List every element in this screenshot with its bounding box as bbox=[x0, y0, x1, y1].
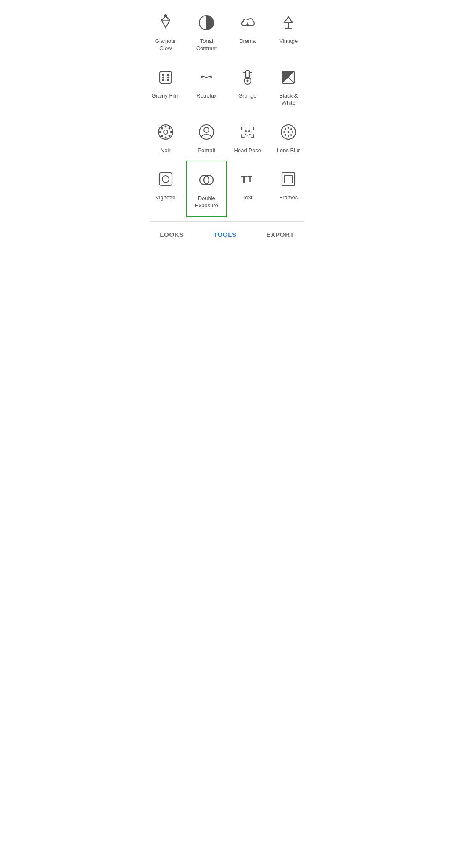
grainy-film-label: Grainy Film bbox=[152, 93, 179, 100]
svg-point-48 bbox=[292, 131, 293, 133]
tool-drama[interactable]: Drama bbox=[227, 4, 268, 59]
tool-tonal-contrast[interactable]: TonalContrast bbox=[186, 4, 227, 59]
tab-export[interactable]: EXPORT bbox=[266, 231, 294, 238]
portrait-icon bbox=[195, 121, 217, 143]
tool-grainy-film[interactable]: Grainy Film bbox=[145, 59, 186, 114]
vignette-icon bbox=[155, 168, 177, 190]
svg-rect-60 bbox=[285, 175, 292, 183]
tool-vignette[interactable]: Vignette bbox=[145, 161, 186, 217]
svg-rect-11 bbox=[285, 28, 292, 29]
tool-head-pose[interactable]: Head Pose bbox=[227, 114, 268, 161]
head-pose-label: Head Pose bbox=[234, 147, 261, 154]
retrolux-icon bbox=[195, 66, 217, 88]
svg-point-26 bbox=[246, 79, 248, 82]
svg-point-42 bbox=[248, 130, 250, 132]
svg-marker-8 bbox=[246, 22, 249, 27]
svg-point-18 bbox=[167, 76, 169, 78]
svg-point-40 bbox=[204, 127, 209, 132]
tool-frames[interactable]: Frames bbox=[268, 161, 309, 217]
bottom-tabs: LOOKS TOOLS EXPORT bbox=[145, 222, 309, 247]
glamour-glow-label: GlamourGlow bbox=[155, 38, 176, 52]
tool-grunge[interactable]: Grunge bbox=[227, 59, 268, 114]
svg-text:T: T bbox=[241, 173, 248, 186]
svg-point-36 bbox=[168, 135, 170, 137]
vintage-icon bbox=[277, 12, 299, 34]
svg-rect-53 bbox=[159, 173, 172, 185]
svg-point-41 bbox=[245, 130, 247, 132]
svg-point-32 bbox=[164, 136, 166, 138]
portrait-label: Portrait bbox=[198, 147, 215, 154]
svg-text:T: T bbox=[248, 175, 252, 183]
tool-portrait[interactable]: Portrait bbox=[186, 114, 227, 161]
lens-blur-icon bbox=[277, 121, 299, 143]
svg-point-45 bbox=[288, 127, 289, 129]
double-exposure-icon bbox=[195, 169, 217, 191]
tab-looks[interactable]: LOOKS bbox=[160, 231, 184, 238]
svg-point-31 bbox=[164, 125, 166, 127]
svg-marker-0 bbox=[161, 16, 170, 28]
text-label: Text bbox=[243, 194, 253, 201]
frames-icon bbox=[277, 168, 299, 190]
grunge-label: Grunge bbox=[238, 93, 256, 100]
grunge-icon bbox=[237, 66, 259, 88]
drama-icon bbox=[237, 12, 259, 34]
vintage-label: Vintage bbox=[279, 38, 298, 45]
tab-tools[interactable]: TOOLS bbox=[214, 231, 237, 238]
tool-glamour-glow[interactable]: GlamourGlow bbox=[145, 4, 186, 59]
retrolux-label: Retrolux bbox=[196, 93, 216, 100]
tool-text[interactable]: T T Text bbox=[227, 161, 268, 217]
drama-label: Drama bbox=[239, 38, 256, 45]
svg-point-49 bbox=[285, 128, 286, 130]
svg-point-47 bbox=[283, 131, 285, 133]
svg-point-15 bbox=[162, 79, 164, 81]
empty-area bbox=[145, 247, 309, 500]
svg-point-50 bbox=[290, 134, 292, 136]
tool-noir[interactable]: Noir bbox=[145, 114, 186, 161]
svg-point-52 bbox=[285, 134, 286, 136]
vignette-label: Vignette bbox=[156, 194, 175, 201]
svg-rect-59 bbox=[282, 173, 295, 185]
frames-label: Frames bbox=[279, 194, 298, 201]
svg-point-34 bbox=[170, 131, 172, 133]
svg-point-30 bbox=[164, 130, 168, 134]
svg-point-16 bbox=[167, 79, 169, 81]
tools-grid: GlamourGlow TonalContrast Drama bbox=[145, 0, 309, 221]
svg-point-46 bbox=[288, 135, 289, 137]
tool-lens-blur[interactable]: Lens Blur bbox=[268, 114, 309, 161]
svg-rect-10 bbox=[288, 23, 289, 28]
grainy-film-icon bbox=[155, 66, 177, 88]
tonal-contrast-label: TonalContrast bbox=[196, 38, 217, 52]
text-icon: T T bbox=[237, 168, 259, 190]
head-pose-icon bbox=[237, 121, 259, 143]
svg-point-44 bbox=[288, 131, 290, 133]
svg-marker-9 bbox=[284, 17, 293, 23]
svg-point-14 bbox=[167, 74, 169, 76]
tonal-contrast-icon bbox=[195, 12, 217, 34]
noir-icon bbox=[155, 121, 177, 143]
svg-point-38 bbox=[161, 135, 163, 137]
black-white-label: Black &White bbox=[279, 93, 298, 107]
tool-double-exposure[interactable]: DoubleExposure bbox=[186, 161, 227, 217]
tool-vintage[interactable]: Vintage bbox=[268, 4, 309, 59]
svg-point-13 bbox=[162, 74, 164, 76]
lens-blur-label: Lens Blur bbox=[277, 147, 300, 154]
svg-rect-12 bbox=[160, 71, 172, 83]
noir-label: Noir bbox=[161, 147, 171, 154]
glamour-glow-icon bbox=[155, 12, 177, 34]
svg-point-37 bbox=[168, 127, 170, 129]
svg-point-54 bbox=[162, 176, 169, 183]
svg-point-17 bbox=[162, 76, 164, 78]
svg-point-51 bbox=[290, 128, 292, 130]
double-exposure-label: DoubleExposure bbox=[195, 195, 218, 209]
svg-point-33 bbox=[159, 131, 161, 133]
svg-point-35 bbox=[161, 127, 163, 129]
black-white-icon bbox=[277, 66, 299, 88]
tool-retrolux[interactable]: Retrolux bbox=[186, 59, 227, 114]
tool-black-white[interactable]: Black &White bbox=[268, 59, 309, 114]
